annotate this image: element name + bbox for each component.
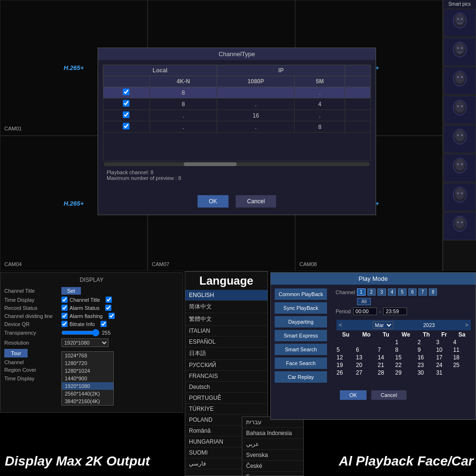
channel-title-set-button[interactable]: Set [61,287,81,295]
cal-day-18[interactable]: 18 [453,354,471,361]
row-checkbox-2[interactable] [123,100,129,107]
cal-day-9[interactable]: 9 [417,347,435,353]
cal-day-20[interactable]: 20 [356,362,377,368]
cal-day-16[interactable]: 16 [417,354,435,361]
common-playback-button[interactable]: Common PlayBack [275,288,327,300]
lang-bahasa[interactable]: Bahasa Indonesia [242,428,303,439]
cal-day-1[interactable]: 1 [395,339,416,346]
lang-turkish[interactable]: TÜRKİYE [185,404,268,415]
dialog-ok-button[interactable]: OK [198,195,228,208]
res-opt-4[interactable]: 1440*900 [62,375,113,382]
resolution-dropdown[interactable]: 1024*768 1280*720 1280*1024 1440*900 192… [61,351,114,406]
smart-pic-thumb-5[interactable] [444,125,476,153]
res-opt-2[interactable]: 1280*720 [62,359,113,367]
dayparting-button[interactable]: Dayparting [275,316,327,327]
bitrate-info-checkbox[interactable] [100,321,107,327]
smart-pic-thumb-3[interactable] [444,67,476,95]
table-row[interactable]: 8 . [103,87,371,99]
res-opt-6[interactable]: 2560*1440(2K) [62,390,113,397]
cal-day-3[interactable]: 3 [436,339,452,346]
row-checkbox-1[interactable] [123,89,129,95]
smart-pic-thumb-7[interactable] [444,183,476,211]
alarm-flashing-checkbox[interactable] [109,313,115,319]
channel-btn-8[interactable]: 8 [429,288,437,296]
lang-czech[interactable]: České [242,461,303,472]
cal-day-12[interactable]: 12 [337,354,355,361]
lang-italian[interactable]: ITALIAN [185,326,268,337]
lang-traditional-chinese[interactable]: 繁體中文 [185,313,268,326]
channel-btn-7[interactable]: 7 [418,288,427,296]
cal-day-4[interactable]: 4 [453,339,471,346]
cal-day-15[interactable]: 15 [395,354,416,361]
table-row[interactable]: . . 8 [103,121,371,133]
smart-pic-thumb-8[interactable] [444,212,476,240]
face-search-button[interactable]: Face Search [275,357,327,369]
cal-day-23[interactable]: 23 [417,362,435,368]
smart-pic-thumb-2[interactable] [444,38,476,66]
cal-day-22[interactable]: 22 [395,362,416,368]
calendar-month-select[interactable]: Mar JanFebApr MayJunJul AugSepOct NovDec [373,321,393,329]
cal-day-14[interactable]: 14 [377,354,394,361]
calendar-prev-button[interactable]: < [339,322,342,328]
lang-simplified-chinese[interactable]: 简体中文 [185,301,268,313]
lang-spanish[interactable]: ESPAÑOL [185,337,268,347]
period-start-input[interactable] [353,307,377,315]
channel-dividing-checkbox[interactable] [61,313,68,319]
cal-day-21[interactable]: 21 [377,362,394,368]
cal-day-5[interactable]: 5 [337,347,355,353]
alarm-status-checkbox[interactable] [105,305,111,311]
cal-day-7[interactable]: 7 [377,347,394,353]
cal-day-13[interactable]: 13 [356,354,377,361]
lang-japanese[interactable]: 日本語 [185,347,268,360]
lang-english[interactable]: ENGLISH [185,290,268,301]
device-qr-checkbox[interactable] [61,321,68,327]
res-opt-1[interactable]: 1024*768 [62,352,113,359]
cal-day-17[interactable]: 17 [436,354,452,361]
cal-day-19[interactable]: 19 [337,362,355,368]
car-replay-button[interactable]: Car Replay [275,371,327,383]
cal-day-2[interactable]: 2 [417,339,435,346]
cal-day-8[interactable]: 8 [395,347,416,353]
lang-french[interactable]: FRANCAIS [185,371,268,382]
time-display-checkbox2[interactable] [106,297,112,303]
channel-btn-2[interactable]: 2 [367,288,376,296]
time-display-checkbox[interactable] [61,297,68,303]
row-checkbox-4[interactable] [123,123,129,129]
dialog-cancel-button[interactable]: Cancel [236,195,276,208]
res-opt-5[interactable]: 1920*1080 [62,382,113,390]
cal-day-29[interactable]: 29 [395,369,416,376]
record-status-checkbox[interactable] [61,305,68,311]
cal-day[interactable] [337,339,355,346]
lang-arabic[interactable]: عربي [242,439,303,450]
channel-btn-6[interactable]: 6 [408,288,417,296]
lang-bulgarian[interactable]: Български [242,472,303,476]
channel-btn-5[interactable]: 5 [398,288,407,296]
row-checkbox-3[interactable] [123,111,129,118]
cal-day-27[interactable]: 27 [356,369,377,376]
smart-pic-thumb-6[interactable] [444,154,476,182]
transparency-slider[interactable] [61,329,99,337]
tour-button[interactable]: Tour [4,349,28,357]
play-mode-ok-button[interactable]: OK [340,390,367,400]
table-row[interactable]: 8 . 4 [103,99,371,110]
lang-swedish[interactable]: Svenska [242,450,303,461]
play-mode-cancel-button[interactable]: Cancel [371,390,407,400]
table-row[interactable]: . 16 . [103,110,371,121]
lang-german[interactable]: Deutsch [185,382,268,393]
cal-day-24[interactable]: 24 [436,362,452,368]
cal-day-30[interactable]: 30 [417,369,435,376]
cal-day-empty[interactable] [453,369,471,376]
resolution-select[interactable]: 1024*768 1280*720 1280*1024 1440*900 192… [61,338,109,347]
channel-btn-3[interactable]: 3 [377,288,386,296]
cal-day-10[interactable]: 10 [436,347,452,353]
cal-day-28[interactable]: 28 [377,369,394,376]
res-opt-7[interactable]: 3840*2160(4K) [62,397,113,405]
channel-btn-1[interactable]: 1 [357,288,366,296]
smart-express-button[interactable]: Smart Express [275,330,327,341]
channel-btn-4[interactable]: 4 [388,288,397,296]
cal-day-26[interactable]: 26 [337,369,355,376]
sync-playback-button[interactable]: Sync PlayBack [275,302,327,314]
period-end-input[interactable] [383,307,407,315]
smart-pic-thumb-1[interactable] [444,9,476,37]
calendar-next-button[interactable]: > [465,322,468,328]
